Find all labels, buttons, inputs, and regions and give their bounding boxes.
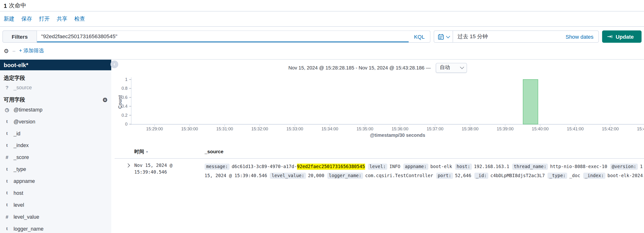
source-token: 15, 2024 @ 15:39:40.546 [205,173,267,178]
sidebar-field-item[interactable]: tappname [4,175,108,187]
sidebar-field-item[interactable]: ?_source [4,82,108,93]
chevron-down-icon [446,34,450,38]
svg-text:15:41:00: 15:41:00 [567,127,584,131]
field-name: host [14,190,23,196]
svg-text:15:29:00: 15:29:00 [146,127,163,131]
svg-text:15:35:00: 15:35:00 [356,127,373,131]
text-field-icon: t [4,178,10,184]
calendar-icon [438,34,444,40]
unknown-field-icon: ? [4,85,10,90]
field-name: level_value [14,214,39,220]
text-field-icon: t [4,190,10,196]
source-line-1: message:d6c61d13-3c89-4970-a17d-92ed2fae… [205,162,644,171]
sidebar-field-item[interactable]: tlevel [4,199,108,211]
sidebar-field-item[interactable]: t_index [4,139,108,151]
source-token: logger_name:com.cqsiri.TestController [327,173,433,178]
svg-text:0: 0 [125,122,128,127]
svg-text:15:37:00: 15:37:00 [427,127,444,131]
histogram-chart[interactable]: 00.20.40.60.8115:29:0015:30:0015:31:0015… [114,74,644,143]
table-row: Nov 15, 2024 @ 15:39:40.546 message:d6c6… [114,159,644,180]
update-button[interactable]: Update [602,30,642,43]
field-settings-gear-icon[interactable]: ⚙ [102,97,108,103]
selected-fields-heading: 选定字段 [4,75,108,82]
top-menu: 新建保存打开共享检查 [0,12,644,27]
content-area: ‹ boot-elk* 选定字段 ?_source 可用字段 ⚙ ◷@times… [0,60,644,233]
source-field-badge: level: [368,163,387,170]
source-column-header: _source [205,149,224,154]
row-source-cell: message:d6c61d13-3c89-4970-a17d-92ed2fae… [205,162,644,180]
sidebar-field-item[interactable]: t_id [4,127,108,139]
sort-caret-icon[interactable]: ▼ [146,150,149,154]
menu-item[interactable]: 共享 [57,15,68,23]
menu-item[interactable]: 检查 [74,15,85,23]
interval-select-value: 自动 [440,64,450,71]
source-field-badge: port: [436,173,453,179]
svg-text:15:31:00: 15:31:00 [216,127,233,131]
add-filter-link[interactable]: + 添加筛选 [19,47,44,54]
sidebar-field-item[interactable]: tlogger_name [4,223,108,233]
menu-item[interactable]: 打开 [39,15,50,23]
filters-button[interactable]: Filters [2,30,37,43]
sidebar-field-item[interactable]: thost [4,187,108,199]
time-column-header[interactable]: 时间 [134,149,144,154]
available-fields-heading: 可用字段 ⚙ [4,96,108,104]
number-field-icon: # [4,214,10,220]
menu-item[interactable]: 保存 [22,15,32,23]
sidebar-field-item[interactable]: #level_value [4,211,108,223]
field-name: @timestamp [14,107,42,112]
svg-text:15:42:00: 15:42:00 [602,127,619,131]
source-field-badge: appname: [403,163,428,170]
interval-select[interactable]: 自动 [436,63,467,73]
svg-text:0.8: 0.8 [122,86,128,91]
source-token: appname:boot-elk [403,164,452,169]
source-field-badge: message: [205,163,230,170]
svg-text:15:43:00: 15:43:00 [637,127,644,131]
source-field-badge: @version: [610,163,638,170]
hits-label: 次命中 [9,2,26,9]
sidebar-field-item[interactable]: t_type [4,163,108,175]
available-fields-list: ◷@timestampt@versiont_idt_index#_scoret_… [4,104,108,233]
sidebar-collapse-button[interactable]: ‹ [110,60,118,68]
chevron-down-icon [460,65,464,69]
source-token: host:192.168.163.1 [455,164,509,169]
svg-text:15:30:00: 15:30:00 [181,127,198,131]
field-name: appname [14,178,35,184]
number-field-icon: # [4,154,10,160]
source-token: port:52,646 [436,173,471,178]
svg-text:0.2: 0.2 [122,113,128,118]
kibana-discover-page: 1 次命中 新建保存打开共享检查 Filters KQL [0,0,644,233]
source-field-badge: level_value: [270,173,306,179]
index-pattern-header[interactable]: boot-elk* [0,60,112,70]
filter-settings-gear-icon[interactable]: ⚙ [4,48,9,54]
menu-item[interactable]: 新建 [4,15,14,23]
hits-bar: 1 次命中 [0,0,644,12]
source-field-badge: _type: [548,173,567,179]
search-input[interactable] [37,31,408,42]
date-quick-select-button[interactable] [434,31,453,42]
text-field-icon: t [4,225,10,232]
sidebar-field-item[interactable]: t@version [4,116,108,127]
time-range-label[interactable]: 过去 15 分钟 [453,33,566,40]
field-name: _id [14,131,20,136]
source-token: level:INFO [368,164,400,169]
kql-button[interactable]: KQL [408,31,430,42]
source-field-badge: _index: [583,173,606,179]
row-expand-chevron-icon[interactable] [126,163,130,168]
query-section: Filters KQL 过去 15 分钟 [0,27,644,60]
svg-text:@timestamp/30 seconds: @timestamp/30 seconds [370,132,425,138]
sidebar-field-item[interactable]: ◷@timestamp [4,104,108,116]
show-dates-button[interactable]: Show dates [566,34,598,40]
field-name: level [14,202,24,208]
hits-count: 1 [4,2,7,9]
highlighted-match: 92ed2faec2501731656380545 [297,163,365,170]
text-field-icon: t [4,142,10,148]
source-token: _id:c4bDLpMBI8djsT2ac3L7 [474,173,545,178]
main-panel: Nov 15, 2024 @ 15:28:28.185 - Nov 15, 20… [112,60,644,233]
sidebar-field-item[interactable]: #_score [4,151,108,163]
svg-text:15:40:00: 15:40:00 [532,127,548,131]
source-token: _type:_doc [548,173,580,178]
date-picker-group: 过去 15 分钟 Show dates [434,30,599,43]
field-name: _type [14,166,26,172]
update-button-label: Update [616,34,634,40]
doc-table-header: 时间▼ _source [114,148,644,158]
